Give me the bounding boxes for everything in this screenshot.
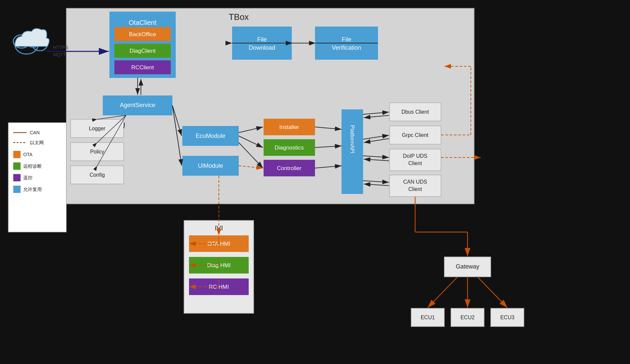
legend-rc-label: 遥控	[23, 175, 32, 180]
logger-label: Logger	[89, 126, 105, 131]
file-download-label2: Download	[249, 44, 275, 51]
ecu-module-label: EcuModule	[196, 133, 225, 139]
file-verification-label: File	[342, 36, 351, 43]
legend-rc-color	[13, 174, 21, 181]
legend-eth-label: 以太网	[30, 140, 44, 145]
legend-diag-label: 远程诊断	[23, 163, 42, 169]
installer-label: Installer	[279, 124, 299, 130]
doip-uds-client-box	[390, 149, 441, 171]
legend-can-label: CAN	[30, 130, 40, 135]
file-verification-label2: Verification	[332, 44, 361, 51]
back-office-label: BackOffice	[129, 31, 156, 37]
rc-client-label: RCClient	[131, 64, 154, 71]
agent-service-label: AgentService	[120, 102, 155, 108]
ui-module-label: UiModule	[198, 162, 223, 169]
policy-label: Policy	[90, 149, 104, 154]
controller-label: Controller	[277, 165, 301, 171]
legend-reuse-label: 允许复用	[23, 187, 42, 192]
tbox-label: TBox	[229, 12, 249, 22]
legend-ota-color	[13, 151, 21, 158]
mqtt-label: MQTT	[53, 52, 66, 57]
gateway-label: Gateway	[456, 263, 479, 270]
dbus-client-label: Dbus Client	[402, 109, 429, 115]
legend-blue-color	[13, 186, 21, 193]
file-download-label: File	[257, 36, 267, 43]
grpc-client-label: Grpc Client	[402, 132, 429, 138]
diagnostics-label: Diagnostics	[275, 145, 304, 151]
doip-uds-client-label1: DoIP UDS	[403, 153, 427, 159]
can-uds-client-box	[390, 175, 441, 197]
legend-diag-color	[13, 162, 21, 170]
can-uds-client-label1: CAN UDS	[403, 179, 427, 185]
diag-client-label: DiagClient	[130, 48, 156, 54]
ecu3-label: ECU3	[500, 315, 515, 320]
ecu2-label: ECU2	[461, 315, 475, 320]
platform-api-label: PlatformAPI	[349, 125, 355, 153]
config-label: Config	[90, 172, 105, 178]
ota-client-label: OtaClient	[129, 19, 157, 26]
ecu1-label: ECU1	[421, 315, 435, 320]
legend-ota-label: OTA	[23, 152, 32, 157]
doip-uds-client-label2: Client	[409, 160, 422, 166]
can-uds-client-label2: Client	[409, 186, 422, 192]
https-label: HTTPS	[53, 45, 68, 50]
